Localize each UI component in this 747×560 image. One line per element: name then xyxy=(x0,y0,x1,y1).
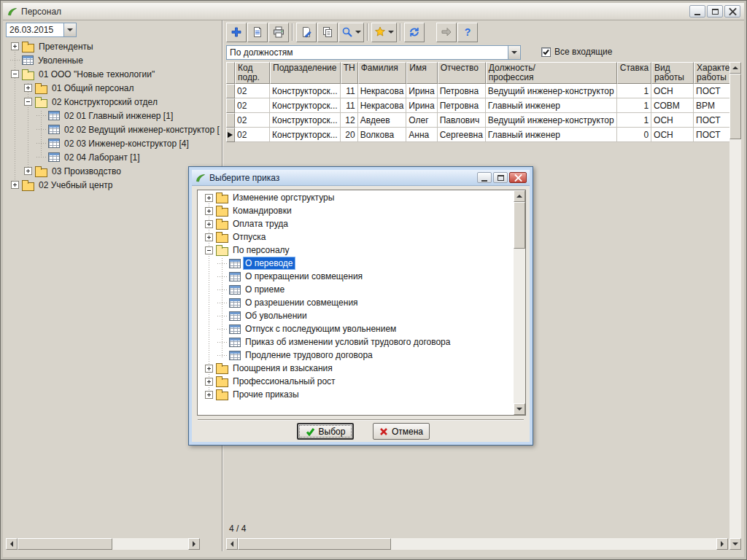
expand-icon[interactable] xyxy=(204,377,214,386)
orders-button[interactable] xyxy=(371,23,397,42)
collapse-icon[interactable] xyxy=(23,97,33,106)
scrollbar-thumb[interactable] xyxy=(18,538,112,550)
cell[interactable]: Ирина xyxy=(406,84,437,98)
cell[interactable]: ОСН xyxy=(651,128,694,142)
column-header[interactable]: Код подр. xyxy=(235,62,270,84)
cell[interactable]: Сергеевна xyxy=(438,128,486,142)
view-mode-combobox[interactable]: По должностям xyxy=(226,45,521,60)
tree-item[interactable]: Профессиональный рост xyxy=(198,375,513,388)
grid-row[interactable]: 02 Конструкторск... 12 Авдеев Олег Павло… xyxy=(226,113,738,128)
print-button[interactable] xyxy=(268,23,289,42)
scrollbar-track[interactable] xyxy=(514,202,525,403)
scroll-left-button[interactable] xyxy=(226,538,238,550)
add-button[interactable] xyxy=(226,23,247,42)
tree-item[interactable]: Претенденты xyxy=(6,39,220,53)
expand-icon[interactable] xyxy=(10,180,20,190)
tree-item[interactable]: По персоналу xyxy=(198,244,513,257)
expand-icon[interactable] xyxy=(10,42,20,51)
cell[interactable]: Конструкторск... xyxy=(270,98,341,113)
tree-item[interactable]: 02 03 Инженер-конструктор [4] xyxy=(6,136,220,150)
column-header[interactable]: Фамилия xyxy=(358,62,407,84)
grid-row[interactable]: 02 Конструкторск... 11 Некрасова Ирина П… xyxy=(226,84,738,98)
column-header[interactable]: Отчество xyxy=(438,62,486,84)
minimize-button[interactable] xyxy=(689,5,705,18)
scroll-up-button[interactable] xyxy=(514,190,525,202)
tree-item[interactable]: О приеме xyxy=(198,283,513,296)
checkbox-label[interactable]: Все входящие xyxy=(554,47,612,57)
tree-item[interactable]: 02 04 Лаборант [1] xyxy=(6,150,220,164)
close-button[interactable] xyxy=(724,5,740,18)
cancel-button[interactable]: Отмена xyxy=(373,423,430,440)
chevron-down-icon[interactable] xyxy=(388,31,394,36)
scrollbar-track[interactable] xyxy=(18,538,188,550)
tree-item[interactable]: 02 01 Главный инженер [1] xyxy=(6,109,220,122)
cell[interactable]: ОСН xyxy=(651,113,694,128)
column-header[interactable]: Имя xyxy=(406,62,437,84)
scrollbar-thumb[interactable] xyxy=(729,74,741,139)
scroll-left-button[interactable] xyxy=(6,538,18,550)
dialog-minimize-button[interactable] xyxy=(477,172,492,183)
expand-icon[interactable] xyxy=(204,364,214,373)
expand-icon[interactable] xyxy=(23,83,33,93)
scroll-up-button[interactable] xyxy=(729,62,741,74)
grid-vertical-scrollbar[interactable] xyxy=(729,62,741,550)
forward-button[interactable] xyxy=(436,23,457,42)
column-header[interactable]: ТН xyxy=(341,62,358,84)
cell[interactable]: СОВМ xyxy=(651,98,694,113)
tree-item[interactable]: Оплата труда xyxy=(198,217,513,230)
expand-icon[interactable] xyxy=(204,206,214,216)
cell[interactable]: Петровна xyxy=(438,84,486,98)
copy-button[interactable] xyxy=(317,23,338,42)
cell[interactable]: 02 xyxy=(235,98,270,113)
cell[interactable]: Авдеев xyxy=(358,113,407,128)
card-button[interactable] xyxy=(247,23,268,42)
tree-item[interactable]: 01 Общий персонал xyxy=(6,81,220,95)
cell[interactable]: Волкова xyxy=(358,128,407,142)
help-button[interactable]: ? xyxy=(457,23,478,42)
expand-icon[interactable] xyxy=(204,390,214,400)
collapse-icon[interactable] xyxy=(10,69,20,79)
tree-item-selected[interactable]: О переводе xyxy=(198,257,513,270)
tree-item[interactable]: Изменение оргструктуры xyxy=(198,191,513,204)
view-mode-dropdown-button[interactable] xyxy=(508,46,520,59)
scrollbar-thumb[interactable] xyxy=(238,538,391,550)
expand-icon[interactable] xyxy=(204,233,214,242)
dialog-close-button[interactable] xyxy=(509,172,527,183)
cell[interactable]: Ведущий инженер-конструктор xyxy=(486,113,617,128)
tree-item[interactable]: Уволенные xyxy=(6,53,220,67)
cell[interactable]: Ирина xyxy=(406,98,437,113)
date-dropdown-button[interactable] xyxy=(63,23,76,36)
tree-item[interactable]: Прочие приказы xyxy=(198,388,513,401)
checkbox[interactable] xyxy=(541,47,551,57)
cell[interactable]: 11 xyxy=(341,84,358,98)
maximize-button[interactable] xyxy=(707,5,723,18)
grid-row[interactable]: 02 Конструкторск... 11 Некрасова Ирина П… xyxy=(226,98,738,113)
chevron-down-icon[interactable] xyxy=(355,31,361,36)
refresh-button[interactable] xyxy=(404,23,425,42)
date-picker[interactable]: 26.03.2015 xyxy=(6,23,77,37)
cell[interactable]: ОСН xyxy=(651,84,694,98)
export-button[interactable] xyxy=(296,23,317,42)
cell[interactable]: Главный инженер xyxy=(486,98,617,113)
select-button[interactable]: Выбор xyxy=(297,423,354,440)
expand-icon[interactable] xyxy=(204,219,214,229)
tree-item[interactable]: 02 02 Ведущий инженер-конструктор [ xyxy=(6,122,220,136)
tree-item[interactable]: Об увольнении xyxy=(198,309,513,322)
cell[interactable]: Анна xyxy=(406,128,437,142)
tree-item[interactable]: Продление трудового договора xyxy=(198,349,513,362)
scroll-right-button[interactable] xyxy=(188,538,200,550)
tree-item[interactable]: 02 Конструкторский отдел xyxy=(6,95,220,109)
left-horizontal-scrollbar[interactable] xyxy=(6,538,200,550)
search-button[interactable] xyxy=(338,23,364,42)
cell[interactable]: 02 xyxy=(235,84,270,98)
cell[interactable]: Некрасова xyxy=(358,98,407,113)
cell[interactable]: 20 xyxy=(341,128,358,142)
tree-item[interactable]: Командировки xyxy=(198,204,513,217)
cell[interactable]: 1 xyxy=(617,113,651,128)
cell[interactable]: Олег xyxy=(406,113,437,128)
tree-item[interactable]: О разрешении совмещения xyxy=(198,296,513,309)
tree-item[interactable]: 01 ООО "Новые технологии" xyxy=(6,67,220,81)
cell[interactable]: 1 xyxy=(617,98,651,113)
scroll-right-button[interactable] xyxy=(716,538,728,550)
cell[interactable]: Ведущий инженер-конструктор xyxy=(486,84,617,98)
